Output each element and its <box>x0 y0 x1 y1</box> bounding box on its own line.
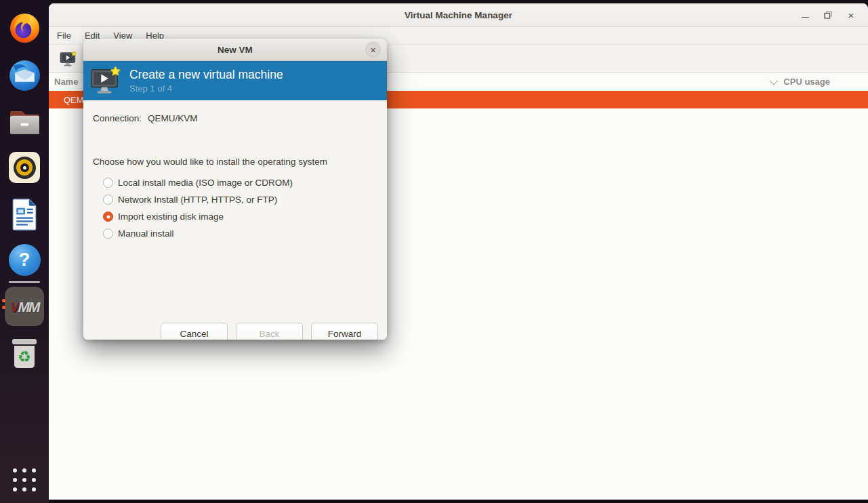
option-label: Network Install (HTTP, HTTPS, or FTP) <box>118 195 277 205</box>
new-vm-icon <box>60 51 77 67</box>
dock-item-trash[interactable]: ♻ <box>7 337 41 371</box>
virt-manager-icon: VMM <box>9 300 39 314</box>
back-button[interactable]: Back <box>236 323 303 340</box>
maximize-button[interactable] <box>817 7 840 23</box>
desktop: { "colors": { "accent_orange": "#e95420"… <box>0 0 868 503</box>
radio-button[interactable] <box>103 212 113 222</box>
dock-item-virt-manager[interactable]: VMM <box>5 287 44 326</box>
dialog-titlebar[interactable]: New VM × <box>83 39 387 61</box>
wizard-step: Step 1 of 4 <box>129 83 283 94</box>
dock-item-libreoffice-writer[interactable] <box>7 197 41 231</box>
close-icon: × <box>848 9 854 21</box>
dialog-body: Connection:QEMU/KVM Choose how you would… <box>83 113 387 340</box>
dock-separator <box>9 281 40 283</box>
dialog-buttons: Cancel Back Forward <box>161 323 378 340</box>
option-local-install-media[interactable]: Local install media (ISO image or CDROM) <box>103 174 387 191</box>
radio-button[interactable] <box>103 178 113 188</box>
rhythmbox-icon <box>9 152 40 183</box>
window-controls: × <box>793 3 863 26</box>
option-import-disk-image[interactable]: Import existing disk image <box>103 208 387 225</box>
install-options: Local install media (ISO image or CDROM)… <box>103 174 387 242</box>
minimize-button[interactable] <box>793 7 817 23</box>
window-titlebar[interactable]: Virtual Machine Manager × <box>49 3 868 27</box>
menu-item-file[interactable]: File <box>50 31 78 41</box>
dock-item-thunderbird[interactable] <box>7 58 41 92</box>
cancel-button[interactable]: Cancel <box>161 323 228 340</box>
wizard-banner: Create a new virtual machine Step 1 of 4 <box>83 61 387 100</box>
new-vm-dialog: New VM × Create a new virtual machine St… <box>83 39 387 340</box>
radio-button[interactable] <box>103 195 113 205</box>
maximize-icon <box>824 11 832 19</box>
dock-item-rhythmbox[interactable] <box>7 150 41 184</box>
dock-item-files[interactable] <box>7 105 41 139</box>
connection-value: QEMU/KVM <box>148 113 198 123</box>
dock: ? VMM ♻ <box>0 0 49 503</box>
writer-document-icon <box>10 199 39 230</box>
option-manual-install[interactable]: Manual install <box>103 225 387 242</box>
wizard-vm-icon <box>90 66 121 96</box>
option-label: Manual install <box>118 228 174 239</box>
minimize-icon <box>802 17 809 18</box>
svg-text:♻: ♻ <box>18 348 31 365</box>
new-vm-button[interactable] <box>60 51 77 67</box>
dialog-close-icon: × <box>370 45 375 54</box>
close-button[interactable]: × <box>840 7 863 23</box>
show-applications-button[interactable] <box>11 466 38 494</box>
help-icon: ? <box>9 244 41 276</box>
dock-item-help[interactable]: ? <box>7 243 41 277</box>
dock-item-firefox[interactable] <box>7 11 41 45</box>
files-folder-icon <box>9 108 41 136</box>
running-indicator-dots <box>2 299 5 309</box>
wizard-title: Create a new virtual machine <box>129 68 283 81</box>
column-header-name[interactable]: Name <box>54 77 78 87</box>
dialog-title: New VM <box>218 45 253 55</box>
dialog-close-button[interactable]: × <box>365 42 381 58</box>
option-network-install[interactable]: Network Install (HTTP, HTTPS, or FTP) <box>103 191 387 208</box>
firefox-icon <box>9 12 41 44</box>
trash-icon: ♻ <box>9 338 40 370</box>
connection-label: Connection: <box>93 113 142 123</box>
forward-button[interactable]: Forward <box>311 323 378 340</box>
window-title: Virtual Machine Manager <box>405 10 512 20</box>
radio-button[interactable] <box>103 228 113 239</box>
option-label: Import existing disk image <box>118 212 224 222</box>
thunderbird-icon <box>8 59 41 92</box>
install-question: Choose how you would like to install the… <box>93 157 387 167</box>
chevron-down-icon[interactable] <box>770 77 779 85</box>
column-header-cpu-usage[interactable]: CPU usage <box>783 77 830 87</box>
option-label: Local install media (ISO image or CDROM) <box>118 178 293 188</box>
